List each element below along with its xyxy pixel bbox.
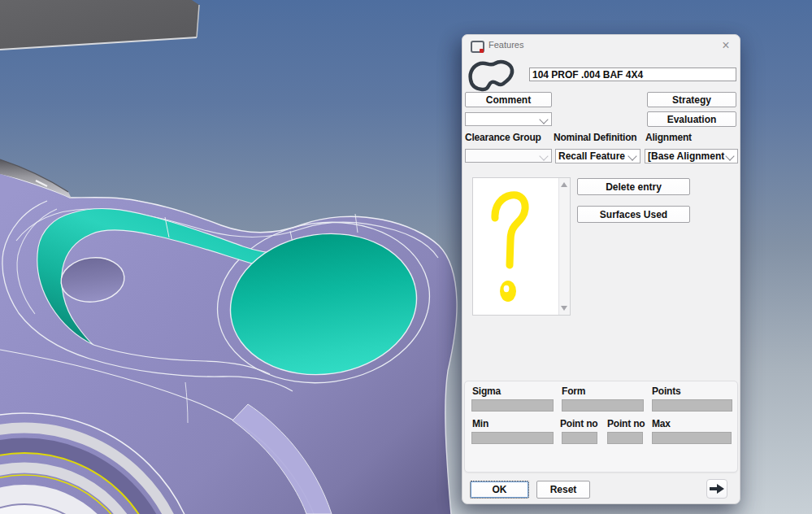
clearance-group-dropdown[interactable] bbox=[465, 149, 552, 163]
point-no-1-label: Point no bbox=[560, 418, 597, 429]
point-no-2-value-field bbox=[607, 432, 643, 444]
nominal-definition-label: Nominal Definition bbox=[554, 132, 636, 143]
right-arrow-icon bbox=[709, 483, 725, 494]
clearance-group-label: Clearance Group bbox=[465, 132, 541, 143]
chevron-down-icon bbox=[627, 151, 636, 160]
close-icon[interactable]: × bbox=[719, 37, 733, 54]
dialog-titlebar[interactable]: Features × bbox=[462, 35, 740, 56]
evaluation-button[interactable]: Evaluation bbox=[647, 111, 736, 127]
preview-area bbox=[473, 178, 558, 315]
reset-button[interactable]: Reset bbox=[536, 481, 590, 499]
sigma-label: Sigma bbox=[472, 386, 501, 397]
results-panel: Sigma Form Points Min Point no Point no … bbox=[464, 381, 738, 473]
ok-button[interactable]: OK bbox=[470, 481, 529, 499]
point-no-2-label: Point no bbox=[607, 418, 645, 429]
calypso-app-icon bbox=[471, 41, 484, 53]
chevron-down-icon bbox=[539, 115, 548, 124]
chevron-down-icon bbox=[725, 151, 734, 160]
strategy-button[interactable]: Strategy bbox=[647, 92, 736, 107]
scroll-down-icon[interactable] bbox=[561, 306, 567, 311]
max-value-field bbox=[652, 432, 732, 444]
feature-name-input[interactable] bbox=[529, 68, 736, 81]
surfaces-used-button[interactable]: Surfaces Used bbox=[577, 206, 690, 223]
point-no-1-value-field bbox=[562, 432, 597, 444]
alignment-dropdown[interactable]: [Base Alignment bbox=[645, 149, 738, 163]
dialog-title: Features bbox=[489, 40, 523, 50]
form-label: Form bbox=[562, 386, 585, 397]
nominal-definition-dropdown[interactable]: Recall Feature bbox=[555, 149, 640, 163]
comment-group-dropdown[interactable] bbox=[465, 112, 552, 126]
min-value-field bbox=[471, 432, 554, 444]
unknown-question-icon bbox=[473, 178, 558, 315]
sigma-value-field bbox=[471, 399, 554, 412]
features-dialog: Features × Comment Strategy Evaluation C… bbox=[462, 34, 740, 504]
delete-entry-button[interactable]: Delete entry bbox=[577, 178, 690, 195]
min-label: Min bbox=[472, 418, 489, 429]
preview-scrollbar[interactable] bbox=[558, 178, 570, 315]
points-value-field bbox=[652, 399, 732, 412]
max-label: Max bbox=[652, 418, 671, 429]
alignment-label: Alignment bbox=[645, 132, 692, 143]
form-value-field bbox=[562, 399, 644, 412]
curve-feature-icon bbox=[467, 58, 515, 94]
application-window: Features × Comment Strategy Evaluation C… bbox=[0, 0, 812, 514]
scroll-up-icon[interactable] bbox=[561, 182, 567, 187]
next-feature-button[interactable] bbox=[706, 479, 727, 499]
comment-button[interactable]: Comment bbox=[465, 92, 552, 107]
feature-preview-list[interactable] bbox=[472, 177, 571, 316]
points-label: Points bbox=[652, 386, 680, 397]
chevron-down-icon bbox=[539, 151, 548, 160]
